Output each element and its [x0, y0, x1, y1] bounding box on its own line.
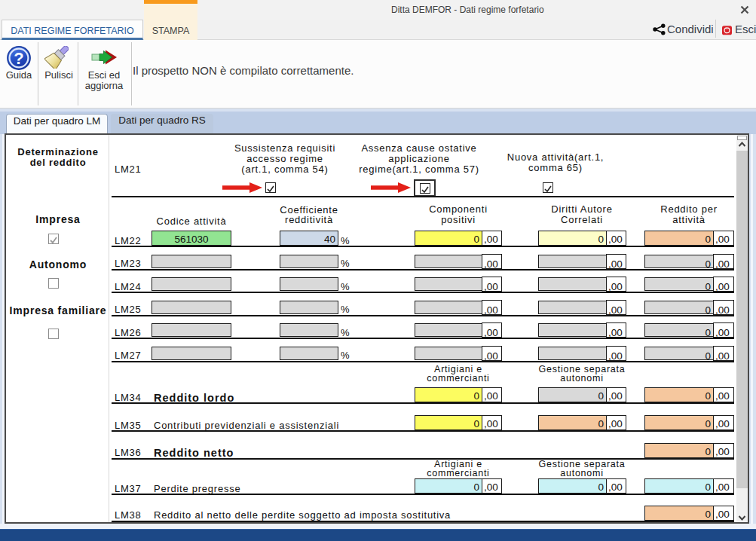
svg-text:?: ?: [14, 49, 23, 68]
